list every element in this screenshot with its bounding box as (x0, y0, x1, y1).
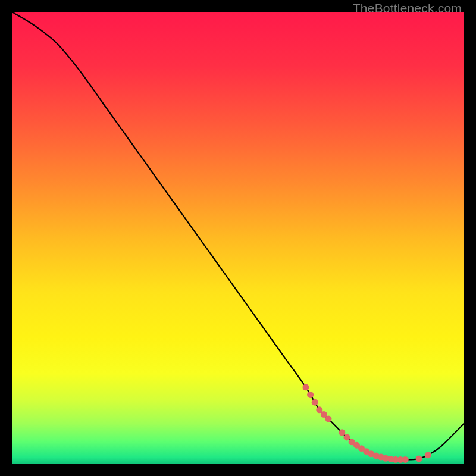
data-marker (307, 392, 314, 398)
data-marker (402, 456, 409, 463)
data-marker (425, 452, 431, 458)
chart-frame (12, 12, 464, 464)
data-marker (339, 429, 345, 436)
data-marker (325, 416, 332, 422)
data-marker (343, 434, 350, 440)
data-marker (416, 455, 422, 462)
gradient-background (12, 12, 464, 464)
data-marker (312, 399, 318, 406)
data-marker (303, 384, 309, 390)
bottleneck-curve-chart (12, 12, 464, 464)
